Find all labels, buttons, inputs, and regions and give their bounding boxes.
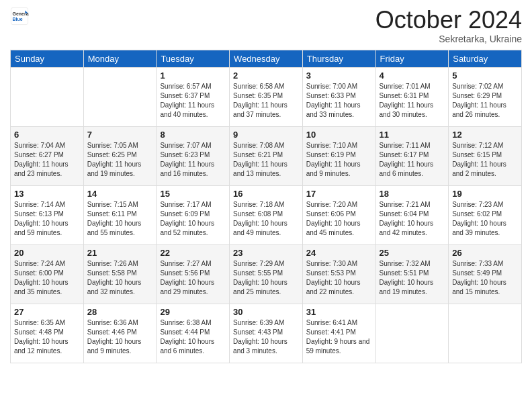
calendar-cell: 12Sunrise: 7:12 AM Sunset: 6:15 PM Dayli…	[449, 126, 522, 185]
calendar-cell: 2Sunrise: 6:58 AM Sunset: 6:35 PM Daylig…	[230, 67, 303, 126]
day-number: 9	[233, 130, 299, 140]
calendar-cell: 27Sunrise: 6:35 AM Sunset: 4:48 PM Dayli…	[11, 304, 84, 363]
day-number: 25	[380, 248, 445, 258]
day-info: Sunrise: 7:30 AM Sunset: 5:53 PM Dayligh…	[306, 259, 372, 297]
weekday-wednesday: Wednesday	[230, 50, 303, 67]
day-number: 27	[14, 307, 80, 317]
week-row-3: 20Sunrise: 7:24 AM Sunset: 6:00 PM Dayli…	[11, 244, 522, 304]
logo-icon: General Blue	[10, 7, 29, 26]
day-info: Sunrise: 6:38 AM Sunset: 4:44 PM Dayligh…	[160, 318, 226, 356]
day-info: Sunrise: 7:15 AM Sunset: 6:11 PM Dayligh…	[87, 200, 153, 238]
day-info: Sunrise: 7:32 AM Sunset: 5:51 PM Dayligh…	[380, 259, 445, 297]
calendar-cell: 17Sunrise: 7:20 AM Sunset: 6:06 PM Dayli…	[302, 185, 375, 244]
calendar-cell: 16Sunrise: 7:18 AM Sunset: 6:08 PM Dayli…	[230, 185, 303, 244]
calendar-cell: 21Sunrise: 7:26 AM Sunset: 5:58 PM Dayli…	[83, 244, 157, 304]
day-info: Sunrise: 7:26 AM Sunset: 5:58 PM Dayligh…	[87, 259, 153, 297]
calendar-cell: 1Sunrise: 6:57 AM Sunset: 6:37 PM Daylig…	[157, 67, 230, 126]
day-info: Sunrise: 7:24 AM Sunset: 6:00 PM Dayligh…	[14, 259, 80, 297]
calendar-cell: 8Sunrise: 7:07 AM Sunset: 6:23 PM Daylig…	[157, 126, 230, 185]
logo: General Blue	[10, 7, 29, 26]
weekday-thursday: Thursday	[302, 50, 375, 67]
header: General Blue October 2024 Sekretarka, Uk…	[10, 7, 522, 44]
day-number: 12	[452, 130, 518, 140]
day-number: 4	[380, 71, 445, 81]
calendar-cell: 15Sunrise: 7:17 AM Sunset: 6:09 PM Dayli…	[157, 185, 230, 244]
day-info: Sunrise: 7:12 AM Sunset: 6:15 PM Dayligh…	[452, 141, 518, 179]
calendar-cell: 25Sunrise: 7:32 AM Sunset: 5:51 PM Dayli…	[375, 244, 449, 304]
day-number: 17	[306, 189, 372, 199]
calendar-cell: 20Sunrise: 7:24 AM Sunset: 6:00 PM Dayli…	[11, 244, 84, 304]
day-number: 22	[160, 248, 226, 258]
day-number: 1	[160, 71, 226, 81]
weekday-sunday: Sunday	[11, 50, 84, 67]
day-info: Sunrise: 7:01 AM Sunset: 6:31 PM Dayligh…	[380, 82, 445, 120]
day-number: 16	[233, 189, 299, 199]
month-title: October 2024	[375, 7, 522, 34]
calendar-cell: 3Sunrise: 7:00 AM Sunset: 6:33 PM Daylig…	[302, 67, 375, 126]
day-info: Sunrise: 6:39 AM Sunset: 4:43 PM Dayligh…	[233, 318, 299, 356]
day-number: 31	[306, 307, 372, 317]
day-number: 24	[306, 248, 372, 258]
calendar-cell: 9Sunrise: 7:08 AM Sunset: 6:21 PM Daylig…	[230, 126, 303, 185]
day-info: Sunrise: 6:35 AM Sunset: 4:48 PM Dayligh…	[14, 318, 80, 356]
day-info: Sunrise: 7:33 AM Sunset: 5:49 PM Dayligh…	[452, 259, 518, 297]
day-info: Sunrise: 7:05 AM Sunset: 6:25 PM Dayligh…	[87, 141, 153, 179]
day-info: Sunrise: 7:11 AM Sunset: 6:17 PM Dayligh…	[380, 141, 445, 179]
day-number: 2	[233, 71, 299, 81]
calendar-cell: 4Sunrise: 7:01 AM Sunset: 6:31 PM Daylig…	[375, 67, 449, 126]
day-info: Sunrise: 7:27 AM Sunset: 5:56 PM Dayligh…	[160, 259, 226, 297]
calendar-cell	[375, 304, 449, 363]
day-info: Sunrise: 7:18 AM Sunset: 6:08 PM Dayligh…	[233, 200, 299, 238]
day-info: Sunrise: 7:10 AM Sunset: 6:19 PM Dayligh…	[306, 141, 372, 179]
day-number: 5	[452, 71, 518, 81]
calendar-cell: 30Sunrise: 6:39 AM Sunset: 4:43 PM Dayli…	[230, 304, 303, 363]
day-info: Sunrise: 7:00 AM Sunset: 6:33 PM Dayligh…	[306, 82, 372, 120]
day-info: Sunrise: 6:57 AM Sunset: 6:37 PM Dayligh…	[160, 82, 226, 120]
week-row-1: 6Sunrise: 7:04 AM Sunset: 6:27 PM Daylig…	[11, 126, 522, 185]
day-info: Sunrise: 7:21 AM Sunset: 6:04 PM Dayligh…	[380, 200, 445, 238]
svg-text:Blue: Blue	[13, 17, 23, 21]
day-number: 30	[233, 307, 299, 317]
day-info: Sunrise: 7:07 AM Sunset: 6:23 PM Dayligh…	[160, 141, 226, 179]
calendar-cell: 5Sunrise: 7:02 AM Sunset: 6:29 PM Daylig…	[449, 67, 522, 126]
day-info: Sunrise: 7:17 AM Sunset: 6:09 PM Dayligh…	[160, 200, 226, 238]
day-info: Sunrise: 7:08 AM Sunset: 6:21 PM Dayligh…	[233, 141, 299, 179]
weekday-saturday: Saturday	[449, 50, 522, 67]
week-row-0: 1Sunrise: 6:57 AM Sunset: 6:37 PM Daylig…	[11, 67, 522, 126]
day-number: 14	[87, 189, 153, 199]
day-number: 20	[14, 248, 80, 258]
day-number: 21	[87, 248, 153, 258]
day-number: 19	[452, 189, 518, 199]
day-number: 3	[306, 71, 372, 81]
calendar-cell: 11Sunrise: 7:11 AM Sunset: 6:17 PM Dayli…	[375, 126, 449, 185]
day-number: 6	[14, 130, 80, 140]
day-info: Sunrise: 7:02 AM Sunset: 6:29 PM Dayligh…	[452, 82, 518, 120]
week-row-4: 27Sunrise: 6:35 AM Sunset: 4:48 PM Dayli…	[11, 304, 522, 363]
day-info: Sunrise: 6:41 AM Sunset: 4:41 PM Dayligh…	[306, 318, 372, 356]
day-info: Sunrise: 7:14 AM Sunset: 6:13 PM Dayligh…	[14, 200, 80, 238]
day-number: 10	[306, 130, 372, 140]
weekday-monday: Monday	[83, 50, 157, 67]
day-number: 29	[160, 307, 226, 317]
calendar: SundayMondayTuesdayWednesdayThursdayFrid…	[10, 50, 522, 363]
calendar-cell: 23Sunrise: 7:29 AM Sunset: 5:55 PM Dayli…	[230, 244, 303, 304]
weekday-friday: Friday	[375, 50, 449, 67]
day-number: 8	[160, 130, 226, 140]
calendar-cell: 6Sunrise: 7:04 AM Sunset: 6:27 PM Daylig…	[11, 126, 84, 185]
calendar-cell	[11, 67, 84, 126]
calendar-cell	[449, 304, 522, 363]
day-number: 13	[14, 189, 80, 199]
day-info: Sunrise: 6:58 AM Sunset: 6:35 PM Dayligh…	[233, 82, 299, 120]
week-row-2: 13Sunrise: 7:14 AM Sunset: 6:13 PM Dayli…	[11, 185, 522, 244]
title-area: October 2024 Sekretarka, Ukraine	[375, 7, 522, 44]
calendar-cell: 29Sunrise: 6:38 AM Sunset: 4:44 PM Dayli…	[157, 304, 230, 363]
day-number: 26	[452, 248, 518, 258]
day-number: 28	[87, 307, 153, 317]
day-info: Sunrise: 7:23 AM Sunset: 6:02 PM Dayligh…	[452, 200, 518, 238]
calendar-cell: 26Sunrise: 7:33 AM Sunset: 5:49 PM Dayli…	[449, 244, 522, 304]
day-number: 23	[233, 248, 299, 258]
calendar-cell: 18Sunrise: 7:21 AM Sunset: 6:04 PM Dayli…	[375, 185, 449, 244]
weekday-header-row: SundayMondayTuesdayWednesdayThursdayFrid…	[11, 50, 522, 67]
day-info: Sunrise: 7:04 AM Sunset: 6:27 PM Dayligh…	[14, 141, 80, 179]
day-number: 18	[380, 189, 445, 199]
